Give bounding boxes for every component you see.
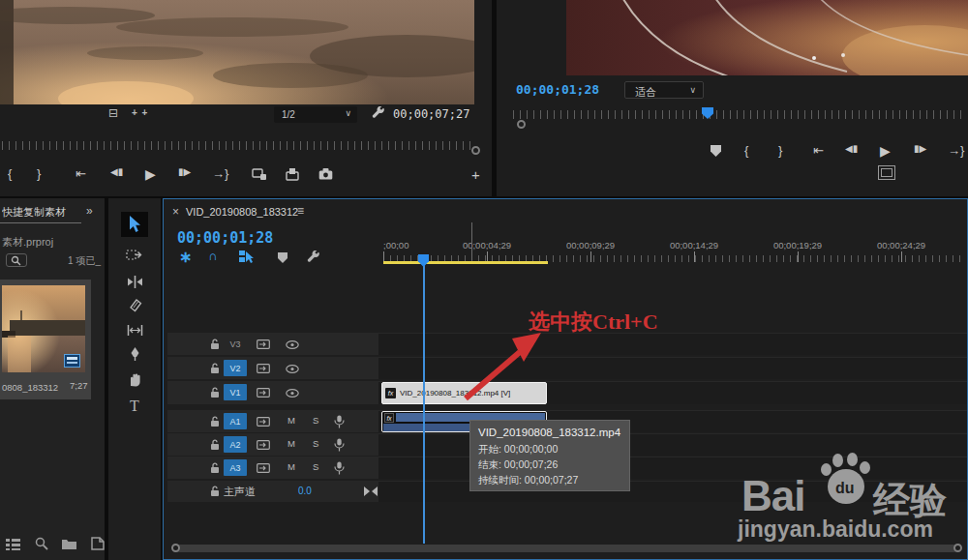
mute-button[interactable]: M — [287, 438, 295, 449]
add-marker-icon[interactable] — [278, 252, 287, 263]
voiceover-mic-icon[interactable] — [334, 415, 345, 428]
fit-zoom-select[interactable]: 适合 ∨ — [624, 81, 704, 99]
mute-button[interactable]: M — [287, 461, 295, 472]
zoom-handle[interactable] — [471, 146, 480, 155]
step-forward-button[interactable]: ▮▶ — [178, 166, 191, 177]
goto-in-button[interactable]: ⇤ — [813, 143, 824, 158]
chevron-down-icon: ∨ — [689, 86, 696, 95]
lock-icon[interactable] — [210, 462, 220, 474]
solo-button[interactable]: S — [313, 438, 318, 449]
settings-sliders-icon[interactable]: + + — [132, 108, 148, 118]
mute-button[interactable]: M — [287, 415, 295, 426]
zoom-handle-right[interactable] — [953, 544, 962, 552]
play-button[interactable]: ▶ — [145, 166, 156, 182]
razor-tool[interactable] — [121, 293, 148, 318]
lock-icon[interactable] — [210, 339, 220, 350]
clip-name-label[interactable]: 0808_183312 — [2, 382, 58, 393]
track-target-a1[interactable]: A1 — [224, 413, 247, 429]
tab-sequence[interactable]: VID_20190808_183312 — [186, 206, 298, 218]
play-button[interactable]: ▶ — [880, 143, 891, 159]
type-tool[interactable]: T — [121, 394, 148, 419]
timeline-settings-wrench-icon[interactable] — [307, 251, 320, 264]
safe-margins-icon[interactable]: ⊟ — [108, 107, 118, 119]
goto-in-button[interactable]: ⇤ — [76, 166, 86, 181]
zoom-handle-left[interactable] — [171, 544, 180, 552]
source-patch-icon[interactable] — [257, 440, 270, 450]
solo-button[interactable]: S — [313, 415, 318, 426]
search-input[interactable] — [6, 253, 27, 267]
toggle-track-output-eye-icon[interactable] — [286, 365, 299, 373]
source-patch-icon[interactable] — [257, 417, 270, 427]
more-tabs-icon[interactable]: » — [86, 205, 93, 217]
mark-in-button[interactable]: { — [8, 166, 12, 181]
source-scrub-ruler[interactable] — [0, 137, 492, 155]
scrollbar-thumb[interactable] — [175, 545, 957, 552]
track-target-v1[interactable]: V1 — [224, 384, 247, 400]
voiceover-mic-icon[interactable] — [334, 461, 345, 475]
mark-out-button[interactable]: } — [778, 143, 782, 158]
timeline-current-timecode[interactable]: 00;00;01;28 — [177, 229, 273, 247]
timeline-ruler[interactable]: ;00;00 00;00;04;29 00;00;09;29 00;00;14;… — [378, 236, 967, 269]
step-forward-button[interactable]: ▮▶ — [914, 143, 926, 154]
lock-icon[interactable] — [210, 363, 220, 374]
master-track-label[interactable]: 主声道 — [224, 485, 256, 499]
zoom-handle[interactable] — [517, 120, 526, 129]
slip-tool[interactable] — [121, 317, 148, 342]
track-select-tool[interactable] — [121, 243, 148, 268]
source-patch-icon[interactable] — [257, 463, 270, 473]
playback-resolution-select[interactable]: 1/2 ∨ — [274, 106, 357, 123]
snap-magnet-icon[interactable]: ∩ — [208, 249, 217, 263]
project-name[interactable]: 素材.prproj — [2, 235, 53, 250]
find-icon[interactable] — [35, 537, 48, 550]
selection-tool[interactable] — [121, 212, 148, 237]
step-back-button[interactable]: ◀▮ — [845, 143, 858, 154]
new-item-icon[interactable] — [91, 537, 105, 550]
master-level-value[interactable]: 0.0 — [298, 486, 312, 496]
close-icon[interactable]: × — [172, 206, 179, 218]
track-target-a2[interactable]: A2 — [224, 436, 247, 453]
nest-sequence-icon[interactable]: ∗ — [179, 248, 192, 266]
tab-project[interactable]: 快捷复制素材 — [2, 205, 81, 220]
goto-out-button[interactable]: →} — [948, 143, 964, 158]
project-item-card[interactable]: 0808_183312 7;27 — [0, 280, 91, 399]
voiceover-mic-icon[interactable] — [334, 438, 345, 452]
add-button[interactable]: + — [471, 166, 480, 183]
lock-icon[interactable] — [210, 387, 220, 398]
lock-icon[interactable] — [210, 486, 220, 497]
mark-out-button[interactable]: } — [37, 166, 41, 181]
pen-tool[interactable] — [121, 341, 148, 367]
playhead-line[interactable] — [423, 261, 425, 544]
list-view-icon[interactable] — [6, 539, 21, 550]
source-patch-icon[interactable] — [257, 339, 270, 349]
add-marker-button[interactable] — [711, 145, 721, 157]
toggle-track-output-eye-icon[interactable] — [286, 389, 299, 398]
panel-menu-icon[interactable]: ≡ — [297, 205, 304, 217]
solo-button[interactable]: S — [313, 461, 318, 472]
export-frame-camera-icon[interactable] — [318, 168, 333, 180]
program-current-timecode[interactable]: 00;00;01;28 — [516, 82, 599, 97]
new-bin-folder-icon[interactable] — [61, 538, 77, 550]
track-target-a3[interactable]: A3 — [224, 459, 247, 476]
goto-out-button[interactable]: →} — [212, 166, 228, 181]
work-area-bar[interactable] — [383, 261, 548, 264]
comparison-view-button[interactable] — [878, 165, 895, 180]
track-target-v3[interactable]: V3 — [224, 336, 247, 352]
settings-wrench-icon[interactable] — [372, 106, 385, 120]
overwrite-button[interactable] — [285, 168, 300, 181]
toggle-track-output-eye-icon[interactable] — [286, 340, 299, 349]
lock-icon[interactable] — [210, 416, 220, 427]
source-patch-icon[interactable] — [257, 364, 270, 373]
linked-selection-icon[interactable] — [239, 250, 254, 263]
program-scrub-ruler[interactable] — [511, 106, 966, 122]
mark-in-button[interactable]: { — [744, 143, 748, 158]
av-clip-badge-icon — [64, 354, 80, 368]
source-patch-icon[interactable] — [257, 388, 270, 398]
ripple-edit-tool[interactable] — [121, 269, 148, 294]
lock-icon[interactable] — [210, 439, 220, 451]
hand-tool[interactable] — [121, 367, 148, 392]
track-target-v2[interactable]: V2 — [224, 360, 247, 376]
step-back-button[interactable]: ◀▮ — [110, 166, 123, 177]
insert-button[interactable] — [252, 168, 267, 181]
pan-bowtie-icon[interactable] — [364, 486, 378, 496]
timeline-zoom-scrollbar[interactable] — [169, 544, 963, 553]
